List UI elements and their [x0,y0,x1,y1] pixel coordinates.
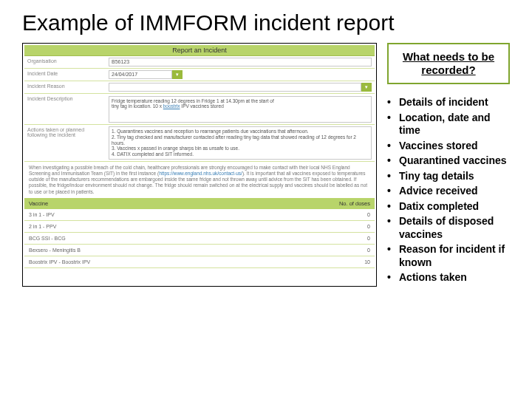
label-incident-description: Incident Description [24,94,106,124]
list-item: •Reason for incident if known [387,243,510,269]
label-actions: Actions taken or planned following the i… [24,125,106,161]
date-picker-icon[interactable]: ▾ [172,70,183,79]
list-item: •Vaccines stored [387,140,510,153]
slide-title: Example of IMMFORM incident report [0,0,532,43]
form-banner: Report an Incident [24,45,375,56]
info-box: What needs to be recorded? [387,43,510,84]
guidance-link[interactable]: https://www.england.nhs.uk/contact-us/ [159,171,242,176]
label-incident-date: Incident Date [24,69,106,81]
form-screenshot: Report an Incident Organisation B56123 I… [22,43,377,287]
info-box-title: What needs to be recorded? [396,50,501,77]
table-row: Boostrix IPV - Boostrix IPV 10 [24,256,375,268]
vaccine-table-header: Vaccine No. of doses [24,198,375,209]
list-item: •Quarantined vaccines [387,154,510,168]
label-incident-reason: Incident Reason [24,81,106,93]
incident-description-textarea[interactable]: Fridge temperature reading 12 degrees in… [109,96,372,123]
list-item: •Location, date and time [387,112,510,137]
form-guidance-note: When investigating a possible breach of … [24,162,375,198]
table-row: Bexsero - Meningitis B 0 [24,245,375,256]
list-item: •Actions taken [387,271,510,284]
col-vaccine: Vaccine [24,198,301,209]
list-item: •Tiny tag details [387,170,510,183]
actions-textarea[interactable]: 1. Quarantines vaccines and reception to… [109,126,372,160]
link-text: boostrix [163,103,180,109]
list-item: •Datix completed [387,200,510,214]
chevron-down-icon[interactable]: ▾ [361,83,372,92]
incident-reason-select[interactable] [109,83,361,92]
table-row: BCG SSI - BCG 0 [24,233,375,245]
label-organisation: Organisation [24,56,106,68]
incident-date-input[interactable]: 24/04/2017 [109,70,172,79]
list-item: •Details of incident [387,96,510,109]
list-item: •Details of disposed vaccines [387,215,510,241]
col-doses: No. of doses [301,198,375,209]
info-bullet-list: •Details of incident •Location, date and… [387,96,510,284]
table-row: 3 in 1 - IPV 0 [24,209,375,221]
list-item: •Advice received [387,185,510,198]
organisation-input[interactable]: B56123 [109,58,372,66]
table-row: 2 in 1 - PPV 0 [24,221,375,233]
